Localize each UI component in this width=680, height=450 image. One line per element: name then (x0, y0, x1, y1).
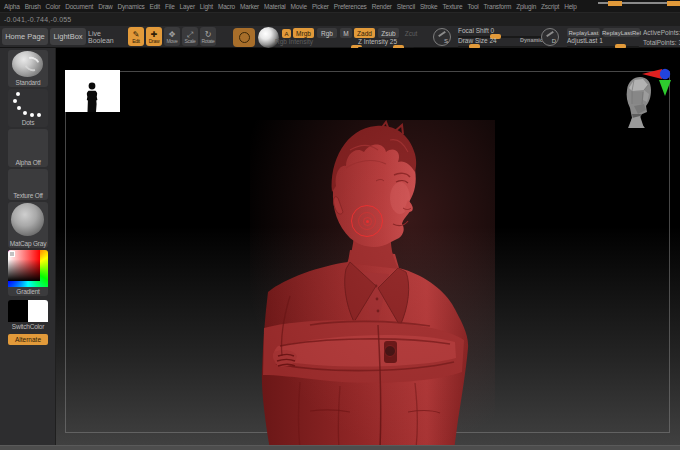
menu-item-macro[interactable]: Macro (218, 3, 235, 10)
alpha-selector[interactable]: Alpha Off (8, 129, 48, 167)
menu-item-render[interactable]: Render (372, 3, 392, 10)
menu-item-movie[interactable]: Movie (291, 3, 307, 10)
active-points-readout: ActivePoints: 3 (643, 29, 680, 36)
window-bottom-edge (0, 445, 680, 450)
color-swatch-a[interactable]: A (282, 29, 291, 38)
top-mini-slider-handle[interactable] (608, 1, 622, 6)
menubar: AlphaBrushColorDocumentDrawDynamicsEditF… (0, 0, 680, 12)
draw-mode-button[interactable]: ✚ Draw (146, 27, 162, 46)
brush-selector-standard[interactable]: Standard (8, 50, 48, 87)
menu-item-zscript[interactable]: Zscript (541, 3, 559, 10)
menu-item-marker[interactable]: Marker (240, 3, 259, 10)
edit-mode-button[interactable]: ✎ Edit (128, 27, 144, 46)
material-selector[interactable]: MatCap Gray (8, 202, 48, 248)
menu-item-help[interactable]: Help (564, 3, 577, 10)
freehand-stroke-icon (239, 32, 250, 43)
menu-item-light[interactable]: Light (200, 3, 213, 10)
menu-item-layer[interactable]: Layer (180, 3, 195, 10)
stroke-type-button[interactable] (233, 28, 255, 47)
replay-last-button[interactable]: ReplayLast (567, 28, 600, 37)
home-page-button[interactable]: Home Page (2, 28, 48, 45)
menu-item-draw[interactable]: Draw (98, 3, 112, 10)
dots-stroke-icon (8, 89, 48, 118)
cursor-coordinates: -0.041,-0.744,-0.055 (0, 16, 71, 23)
texture-selector[interactable]: Texture Off (8, 169, 48, 200)
menu-item-stroke[interactable]: Stroke (420, 3, 438, 10)
brush-cursor (351, 205, 383, 237)
menu-item-texture[interactable]: Texture (443, 3, 463, 10)
left-tray: Standard Dots Alpha Off Texture Off MatC… (0, 48, 56, 445)
person-silhouette-icon (65, 70, 120, 112)
draw-dial[interactable]: D (541, 28, 559, 46)
menu-item-picker[interactable]: Picker (312, 3, 329, 10)
menu-item-brush[interactable]: Brush (25, 3, 41, 10)
axis-y-arrow[interactable] (659, 80, 671, 96)
zbrush-window: AlphaBrushColorDocumentDrawDynamicsEditF… (0, 0, 680, 450)
rgb-button[interactable]: Rgb (317, 28, 337, 38)
axis-z-dot[interactable] (660, 69, 670, 79)
axis-x-arrow[interactable] (642, 69, 662, 79)
scale-mode-button[interactable]: ⤢ Scale (182, 27, 198, 46)
menu-item-zplugin[interactable]: Zplugin (516, 3, 536, 10)
menu-item-preferences[interactable]: Preferences (334, 3, 367, 10)
main-color-swatch[interactable] (8, 300, 28, 322)
replay-last-rel-button[interactable]: ReplayLastRel (603, 28, 640, 37)
alternate-button[interactable]: Alternate (8, 334, 48, 345)
zcut-button[interactable]: Zcut (402, 28, 420, 38)
total-points-readout: TotalPoints: 3.5 (643, 39, 680, 46)
hue-ring[interactable] (8, 250, 48, 287)
axis-gizmo[interactable] (639, 64, 675, 98)
menu-item-stencil[interactable]: Stencil (397, 3, 415, 10)
standard-brush-icon (12, 51, 43, 77)
menu-item-material[interactable]: Material (264, 3, 286, 10)
dynamic-label[interactable]: Dynamic (520, 37, 543, 43)
menu-item-edit[interactable]: Edit (150, 3, 160, 10)
rotate-mode-button[interactable]: ↻ Rotate (200, 27, 216, 46)
status-row: -0.041,-0.744,-0.055 (0, 12, 680, 26)
menu-item-tool[interactable]: Tool (467, 3, 478, 10)
zadd-button[interactable]: Zadd (354, 28, 375, 38)
menu-item-document[interactable]: Document (65, 3, 93, 10)
matcap-gray-icon (11, 203, 44, 236)
reference-thumbnail (65, 70, 120, 112)
current-color-indicator (9, 251, 15, 257)
menu-item-color[interactable]: Color (46, 3, 61, 10)
stroke-dial[interactable]: S (433, 28, 451, 46)
menu-item-alpha[interactable]: Alpha (4, 3, 20, 10)
sculpture-red-bust (250, 120, 495, 445)
zsub-button[interactable]: Zsub (378, 28, 399, 38)
mrgb-button[interactable]: Mrgb (293, 28, 314, 38)
top-mini-slider-handle-2[interactable] (667, 1, 680, 6)
switch-color[interactable]: SwitchColor (8, 300, 48, 331)
live-boolean-button[interactable]: Live Boolean (88, 28, 128, 45)
move-mode-button[interactable]: ✥ Move (164, 27, 180, 46)
menu-item-transform[interactable]: Transform (484, 3, 512, 10)
menu-item-dynamics[interactable]: Dynamics (118, 3, 145, 10)
top-mini-slider[interactable] (598, 1, 680, 6)
secondary-color-swatch[interactable] (28, 300, 48, 322)
document-canvas[interactable] (56, 48, 680, 445)
lightbox-button[interactable]: LightBox (50, 28, 86, 45)
top-shelf: Home Page LightBox Live Boolean ✎ Edit ✚… (0, 26, 680, 48)
m-button[interactable]: M (340, 28, 352, 38)
stroke-selector-dots[interactable]: Dots (8, 89, 48, 127)
color-picker[interactable]: Gradient (8, 250, 48, 296)
menu-item-file[interactable]: File (165, 3, 175, 10)
